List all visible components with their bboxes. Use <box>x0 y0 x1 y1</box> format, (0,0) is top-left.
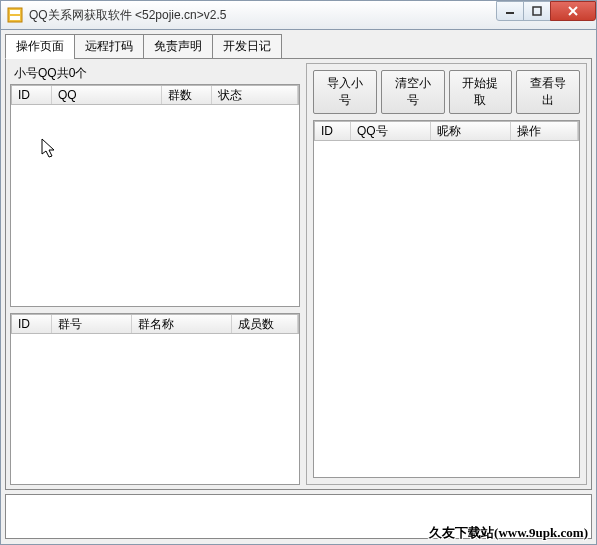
app-icon <box>7 7 23 23</box>
accounts-list[interactable]: ID QQ 群数 状态 <box>10 84 300 307</box>
tab-content: 小号QQ共0个 ID QQ 群数 状态 ID 群号 群名称 <box>5 58 592 490</box>
action-buttons: 导入小号 清空小号 开始提取 查看导出 <box>313 70 580 114</box>
col-qq[interactable]: QQ <box>52 86 162 104</box>
col-op[interactable]: 操作 <box>511 122 578 140</box>
groups-list[interactable]: ID 群号 群名称 成员数 <box>10 313 300 485</box>
col-id[interactable]: ID <box>315 122 351 140</box>
col-groupno[interactable]: 群号 <box>52 315 132 333</box>
svg-rect-4 <box>533 7 541 15</box>
accounts-body <box>11 105 299 306</box>
results-header: ID QQ号 昵称 操作 <box>314 121 579 141</box>
col-nick[interactable]: 昵称 <box>431 122 511 140</box>
col-groupname[interactable]: 群名称 <box>132 315 232 333</box>
svg-rect-1 <box>10 10 20 14</box>
col-status[interactable]: 状态 <box>212 86 298 104</box>
client-area: 操作页面 远程打码 免责声明 开发日记 小号QQ共0个 ID QQ 群数 状态 <box>0 30 597 545</box>
col-id[interactable]: ID <box>12 86 52 104</box>
col-groups[interactable]: 群数 <box>162 86 212 104</box>
col-id[interactable]: ID <box>12 315 52 333</box>
tab-remote[interactable]: 远程打码 <box>74 34 144 59</box>
import-button[interactable]: 导入小号 <box>313 70 377 114</box>
col-members[interactable]: 成员数 <box>232 315 298 333</box>
tab-bar: 操作页面 远程打码 免责声明 开发日记 <box>5 34 592 59</box>
svg-rect-2 <box>10 16 20 20</box>
tab-devlog[interactable]: 开发日记 <box>212 34 282 59</box>
close-button[interactable] <box>550 1 596 21</box>
tab-operation[interactable]: 操作页面 <box>5 34 75 59</box>
accounts-caption: 小号QQ共0个 <box>10 63 300 84</box>
start-button[interactable]: 开始提取 <box>449 70 513 114</box>
results-body <box>314 141 579 477</box>
groups-header: ID 群号 群名称 成员数 <box>11 314 299 334</box>
titlebar: QQ关系网获取软件 <52pojie.cn>v2.5 <box>0 0 597 30</box>
export-button[interactable]: 查看导出 <box>516 70 580 114</box>
window-title: QQ关系网获取软件 <52pojie.cn>v2.5 <box>29 7 497 24</box>
results-list[interactable]: ID QQ号 昵称 操作 <box>313 120 580 478</box>
clear-button[interactable]: 清空小号 <box>381 70 445 114</box>
accounts-header: ID QQ 群数 状态 <box>11 85 299 105</box>
watermark: 久友下载站(www.9upk.com) <box>429 524 588 542</box>
maximize-button[interactable] <box>523 1 551 21</box>
col-qqno[interactable]: QQ号 <box>351 122 431 140</box>
right-panel: 导入小号 清空小号 开始提取 查看导出 ID QQ号 昵称 操作 <box>306 63 587 485</box>
tab-disclaimer[interactable]: 免责声明 <box>143 34 213 59</box>
minimize-button[interactable] <box>496 1 524 21</box>
window-controls <box>497 1 596 29</box>
groups-body <box>11 334 299 484</box>
